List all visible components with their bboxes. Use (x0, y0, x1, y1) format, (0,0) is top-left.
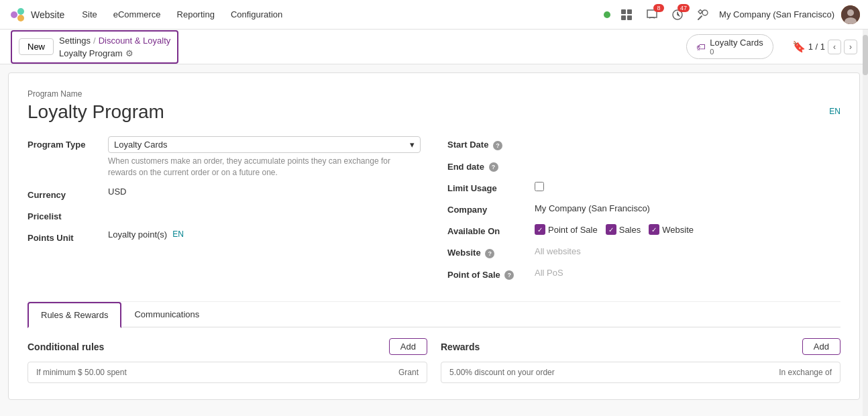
clock-icon[interactable]: 47 (668, 5, 687, 24)
pricelist-label: Pricelist (28, 208, 108, 221)
user-avatar[interactable] (841, 5, 860, 24)
conditional-rules-title: Conditional rules (28, 342, 104, 352)
scrollbar-track[interactable] (863, 30, 868, 416)
available-on-row: Available On ✓ Point of Sale ✓ Sales (447, 223, 840, 236)
sales-checked-icon: ✓ (606, 224, 616, 235)
add-conditional-rule-button[interactable]: Add (389, 338, 427, 355)
website-checked-icon: ✓ (649, 224, 659, 235)
company-label: Company (447, 201, 535, 215)
tab-rules-rewards[interactable]: Rules & Rewards (28, 302, 121, 328)
svg-point-2 (17, 15, 24, 21)
updates-badge: 47 (677, 4, 690, 12)
pos-checked-icon: ✓ (535, 224, 545, 235)
nav-configuration[interactable]: Configuration (224, 5, 289, 23)
prev-page-button[interactable]: ‹ (828, 40, 841, 54)
conditional-rules-header: Conditional rules Add (28, 338, 427, 355)
website-label: Website (662, 225, 694, 235)
bookmark-button[interactable]: 🔖 (792, 40, 806, 53)
currency-text[interactable]: USD (108, 187, 126, 197)
breadcrumb-settings: Settings (59, 36, 91, 46)
breadcrumb-sub: Loyalty Program ⚙ (59, 48, 170, 58)
pos-help-icon[interactable]: ? (504, 270, 514, 280)
brand-logo-icon (8, 5, 27, 24)
program-type-select[interactable]: Loyalty Cards ▾ (108, 136, 421, 153)
limit-usage-label: Limit Usage (447, 180, 535, 193)
new-button[interactable]: New (19, 38, 54, 55)
svg-rect-4 (627, 9, 632, 14)
scrollbar-thumb[interactable] (863, 35, 868, 75)
svg-rect-5 (621, 15, 626, 20)
program-type-row: Program Type Loyalty Cards ▾ When custom… (28, 136, 421, 178)
pos-label: Point of Sale (548, 225, 598, 235)
website-value[interactable]: All websites (535, 246, 581, 256)
website-checkbox-item[interactable]: ✓ Website (649, 224, 694, 235)
breadcrumb-discount-loyalty[interactable]: Discount & Loyalty (99, 36, 171, 46)
right-column: Start Date ? End date ? Limit Usage (447, 136, 840, 288)
chat-icon[interactable]: 8 (643, 5, 661, 24)
add-reward-button[interactable]: Add (802, 338, 840, 355)
status-indicator (604, 11, 610, 18)
points-unit-label: Points Unit (28, 229, 108, 243)
website-field-label: Website ? (447, 244, 535, 258)
reward-type: In exchange of (779, 368, 832, 377)
loyalty-cards-count: 0 (710, 48, 714, 56)
sales-checkbox-item[interactable]: ✓ Sales (606, 224, 641, 235)
nav-links: Site eCommerce Reporting Configuration (75, 5, 289, 23)
loyalty-cards-button[interactable]: 🏷 Loyalty Cards 0 (686, 34, 773, 59)
next-page-button[interactable]: › (844, 40, 857, 54)
website-help-icon[interactable]: ? (485, 249, 494, 258)
points-unit-value[interactable]: Loyalty point(s) (108, 229, 167, 240)
dropdown-arrow-icon: ▾ (410, 140, 415, 150)
program-type-label: Program Type (28, 136, 108, 150)
points-unit-row: Points Unit Loyalty point(s) EN (28, 229, 421, 243)
currency-label: Currency (28, 187, 108, 200)
en-badge-top[interactable]: EN (829, 107, 840, 116)
currency-row: Currency USD (28, 187, 421, 200)
conditional-rule-row[interactable]: If minimum $ 50.00 spent Grant (28, 362, 427, 383)
navbar: Website Site eCommerce Reporting Configu… (0, 0, 868, 30)
brand-logo-area[interactable]: Website (8, 5, 64, 24)
pricelist-row: Pricelist (28, 208, 421, 221)
program-name-label: Program Name (28, 89, 840, 99)
start-date-help-icon[interactable]: ? (493, 141, 502, 150)
nav-site[interactable]: Site (75, 5, 103, 23)
tabs-bar: Rules & Rewards Communications (28, 302, 840, 327)
end-date-help-icon[interactable]: ? (489, 162, 498, 172)
main-content: Program Name Loyalty Program EN Program … (0, 64, 868, 416)
program-title[interactable]: Loyalty Program (28, 101, 164, 123)
page-info: 1 / 1 (808, 42, 825, 52)
svg-point-0 (11, 11, 17, 18)
settings-gear-icon[interactable]: ⚙ (125, 48, 133, 58)
breadcrumb-loyalty-program: Loyalty Program (59, 48, 123, 58)
action-bar: New Settings / Discount & Loyalty Loyalt… (0, 30, 868, 64)
left-column: Program Type Loyalty Cards ▾ When custom… (28, 136, 421, 288)
reward-text: 5.00% discount on your order (449, 368, 555, 377)
nav-ecommerce[interactable]: eCommerce (107, 5, 168, 23)
company-row: Company My Company (San Francisco) (447, 201, 840, 215)
reward-row[interactable]: 5.00% discount on your order In exchange… (441, 362, 840, 383)
company-name: My Company (San Francisco) (719, 9, 834, 19)
tag-icon: 🏷 (696, 42, 706, 52)
program-type-field: Loyalty Cards ▾ When customers make an o… (108, 136, 421, 178)
tab-communications[interactable]: Communications (121, 302, 212, 327)
wrench-icon[interactable] (694, 5, 712, 24)
grid-icon[interactable] (617, 5, 636, 24)
brand-name[interactable]: Website (31, 9, 64, 20)
tabs-area: Rules & Rewards Communications Condition… (28, 301, 840, 383)
pos-checkbox-item[interactable]: ✓ Point of Sale (535, 224, 598, 235)
website-row: Website ? All websites (447, 244, 840, 258)
breadcrumb-separator: / (93, 36, 96, 46)
available-on-checkboxes: ✓ Point of Sale ✓ Sales ✓ Website (535, 224, 694, 235)
start-date-row: Start Date ? (447, 136, 840, 150)
breadcrumb-area: New Settings / Discount & Loyalty Loyalt… (11, 30, 178, 64)
rewards-header: Rewards Add (441, 338, 840, 355)
point-of-sale-value[interactable]: All PoS (535, 268, 563, 278)
form-area: Program Name Loyalty Program EN Program … (8, 72, 860, 400)
company-value[interactable]: My Company (San Francisco) (535, 203, 650, 213)
svg-point-1 (17, 8, 24, 15)
program-type-desc: When customers make an order, they accum… (108, 156, 421, 178)
nav-reporting[interactable]: Reporting (170, 5, 221, 23)
point-of-sale-label: Point of Sale ? (447, 266, 535, 280)
limit-usage-checkbox[interactable] (535, 182, 544, 191)
points-en-badge[interactable]: EN (172, 229, 184, 239)
